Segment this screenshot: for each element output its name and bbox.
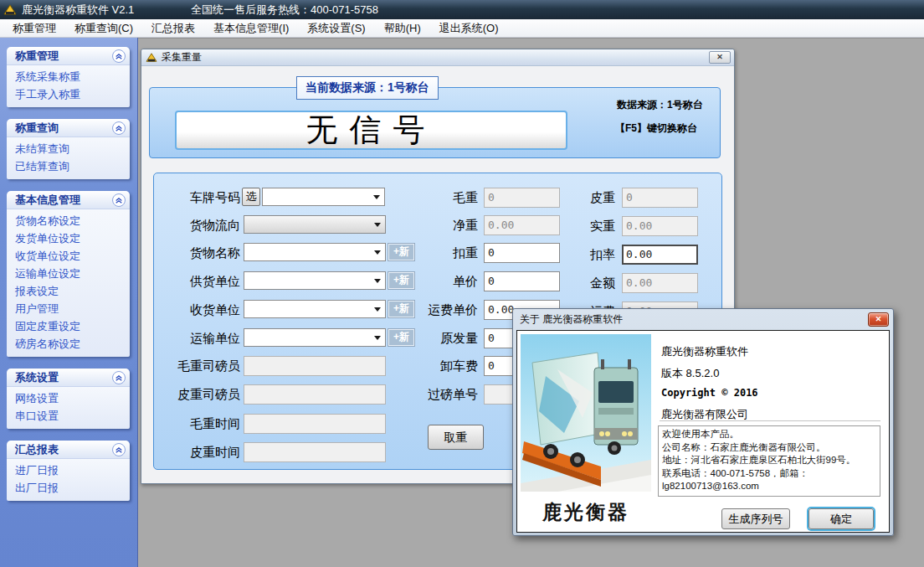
sidebar-panel-basic-info: 基本信息管理 货物名称设定 发货单位设定 收货单位设定 运输单位设定 报表设定 … — [7, 191, 130, 357]
gross-weight-label: 毛重 — [394, 188, 478, 208]
menu-help[interactable]: 帮助(H) — [375, 19, 430, 37]
menu-basic-info-management[interactable]: 基本信息管理(I) — [204, 19, 298, 37]
data-source-banner: 当前数据来源：1号称台 — [296, 76, 439, 100]
cargo-name-combobox[interactable] — [244, 243, 386, 261]
menu-weighing-query[interactable]: 称重查询(C) — [65, 19, 142, 37]
sidebar-panel-summary-reports: 汇总报表 进厂日报 出厂日报 — [7, 441, 130, 501]
app-logo-icon — [3, 4, 17, 16]
menu-bar: 称重管理 称重查询(C) 汇总报表 基本信息管理(I) 系统设置(S) 帮助(H… — [0, 19, 924, 38]
dialog-close-icon[interactable]: ✕ — [868, 312, 889, 327]
about-product-name: 鹿光衡器称重软件 — [661, 344, 748, 359]
unload-fee-label: 卸车费 — [394, 356, 478, 376]
sidebar-items: 系统采集称重 手工录入称重 — [7, 65, 130, 107]
menu-system-settings[interactable]: 系统设置(S) — [298, 19, 374, 37]
source-label: 数据来源：1号称台 — [617, 98, 703, 112]
actual-weight-label: 实重 — [541, 216, 615, 236]
sidebar-item-network-settings[interactable]: 网络设置 — [7, 389, 130, 407]
sidebar-header-label: 系统设置 — [15, 370, 59, 385]
about-dialog-title: 关于 鹿光衡器称重软件 — [520, 312, 623, 327]
menu-weighing-management[interactable]: 称重管理 — [3, 19, 65, 37]
sidebar-item-inbound-daily-report[interactable]: 进厂日报 — [7, 461, 130, 479]
sidebar-header-summary-reports[interactable]: 汇总报表 — [7, 441, 130, 459]
original-qty-label: 原发量 — [394, 328, 478, 348]
sidebar-panel-system-settings: 系统设置 网络设置 串口设置 — [7, 369, 130, 429]
menu-summary-reports[interactable]: 汇总报表 — [142, 19, 204, 37]
sidebar-item-receiver-setting[interactable]: 收货单位设定 — [7, 247, 130, 265]
deduct-rate-field[interactable]: 0.00 — [622, 245, 698, 265]
chevron-down-icon — [374, 250, 381, 258]
sidebar-item-transporter-setting[interactable]: 运输单位设定 — [7, 265, 130, 282]
app-title: 鹿光衡器称重软件 V2.1 — [22, 3, 134, 18]
sidebar-items: 网络设置 串口设置 — [7, 387, 130, 429]
sidebar-panel-query: 称重查询 未结算查询 已结算查询 — [7, 119, 130, 179]
about-info-box: 欢迎使用本产品。 公司名称：石家庄鹿光衡器有限公司。 地址：河北省石家庄鹿泉区石… — [658, 425, 880, 497]
sidebar-item-user-management[interactable]: 用户管理 — [7, 300, 130, 317]
tare-operator-field — [244, 384, 386, 405]
sidebar-items: 未结算查询 已结算查询 — [7, 137, 130, 179]
sidebar-header-label: 称重管理 — [15, 49, 59, 64]
deduct-weight-label: 扣重 — [394, 243, 478, 263]
transporter-label: 运输单位 — [154, 328, 240, 348]
sidebar-item-shipper-setting[interactable]: 发货单位设定 — [7, 229, 130, 247]
weigh-ticket-no-label: 过磅单号 — [394, 384, 478, 405]
cargo-flow-combobox[interactable] — [244, 215, 386, 234]
sidebar-item-settled-query[interactable]: 已结算查询 — [7, 157, 130, 175]
sidebar-item-outbound-daily-report[interactable]: 出厂日报 — [7, 479, 130, 497]
cargo-name-label: 货物名称 — [154, 243, 240, 263]
chevron-down-icon — [374, 279, 381, 286]
tare-operator-label: 皮重司磅员 — [154, 384, 240, 405]
transporter-combobox[interactable] — [244, 328, 386, 347]
about-version: 版本 8.5.2.0 — [661, 366, 719, 381]
tare-weight-label: 皮重 — [541, 188, 615, 208]
capture-window-titlebar[interactable]: 采集重量 ✕ — [141, 49, 734, 66]
about-dialog-titlebar[interactable]: 关于 鹿光衡器称重软件 ✕ — [513, 309, 893, 329]
sidebar-header-query[interactable]: 称重查询 — [7, 119, 130, 137]
sidebar-header-label: 基本信息管理 — [15, 193, 80, 208]
sidebar-item-unsettled-query[interactable]: 未结算查询 — [7, 140, 130, 157]
sidebar-item-system-capture-weighing[interactable]: 系统采集称重 — [7, 68, 130, 85]
take-weight-button[interactable]: 取重 — [428, 425, 484, 450]
collapse-chevron-icon[interactable] — [112, 443, 126, 456]
capture-window-title: 采集重量 — [162, 50, 202, 64]
plate-number-combobox[interactable] — [262, 188, 385, 206]
sidebar-header-system-settings[interactable]: 系统设置 — [7, 369, 130, 387]
plate-pick-button[interactable]: 选 — [242, 188, 260, 206]
cargo-flow-label: 货物流向 — [154, 215, 240, 235]
collapse-chevron-icon[interactable] — [112, 121, 126, 135]
menu-exit[interactable]: 退出系统(O) — [430, 19, 508, 37]
unit-price-label: 单价 — [394, 271, 478, 291]
collapse-chevron-icon[interactable] — [112, 49, 126, 63]
amount-label: 金额 — [541, 273, 615, 293]
sidebar-item-manual-entry-weighing[interactable]: 手工录入称重 — [7, 85, 130, 103]
amount-field: 0.00 — [622, 273, 698, 293]
sidebar-item-serial-port-settings[interactable]: 串口设置 — [7, 407, 130, 425]
chevron-down-icon — [373, 195, 380, 203]
receiver-combobox[interactable] — [244, 300, 386, 318]
sidebar-header-weighing[interactable]: 称重管理 — [7, 47, 130, 65]
gross-operator-label: 毛重司磅员 — [154, 356, 240, 376]
sidebar-item-scale-house-name-setting[interactable]: 磅房名称设定 — [7, 335, 130, 353]
sidebar-item-cargo-name-setting[interactable]: 货物名称设定 — [7, 212, 130, 229]
tare-time-field — [244, 442, 386, 462]
supplier-combobox[interactable] — [244, 271, 386, 290]
collapse-chevron-icon[interactable] — [112, 371, 126, 384]
gross-time-label: 毛重时间 — [154, 414, 240, 434]
collapse-chevron-icon[interactable] — [112, 193, 126, 207]
freight-unit-price-label: 运费单价 — [394, 300, 478, 320]
no-signal-display: 无信号 — [175, 111, 567, 150]
tare-weight-field: 0 — [622, 188, 698, 208]
sidebar-header-label: 称重查询 — [15, 121, 59, 136]
sidebar-item-fixed-tare-setting[interactable]: 固定皮重设定 — [7, 317, 130, 335]
window-close-icon[interactable]: ✕ — [709, 51, 731, 64]
about-dialog-client: 鹿光衡器 鹿光衡器称重软件 版本 8.5.2.0 Copyright © 201… — [516, 330, 890, 533]
f5-switch-hint: 【F5】键切换称台 — [615, 121, 697, 136]
sidebar-header-basic-info[interactable]: 基本信息管理 — [7, 191, 130, 209]
gross-time-field — [244, 414, 386, 434]
about-copyright: Copyright © 2016 — [661, 387, 758, 399]
chevron-down-icon — [374, 336, 381, 343]
deduct-rate-label: 扣率 — [541, 245, 615, 265]
ok-button[interactable]: 确定 — [808, 508, 874, 529]
sidebar-item-report-setting[interactable]: 报表设定 — [7, 282, 130, 300]
net-weight-label: 净重 — [394, 215, 478, 235]
generate-serial-button[interactable]: 生成序列号 — [721, 508, 790, 529]
